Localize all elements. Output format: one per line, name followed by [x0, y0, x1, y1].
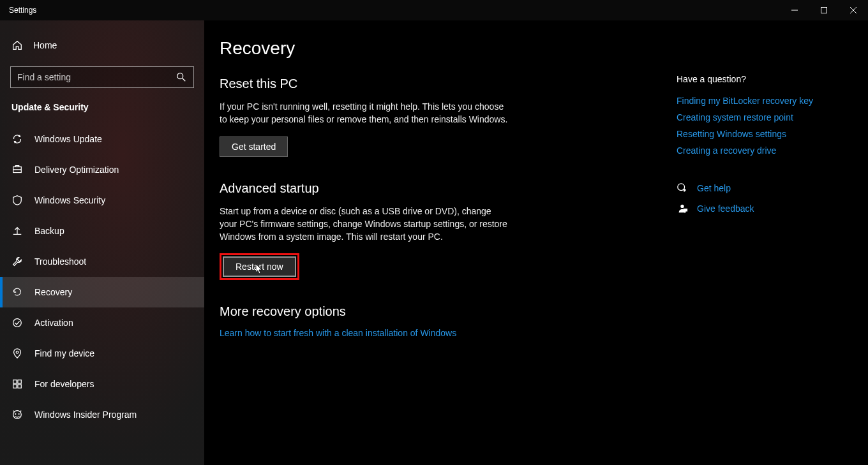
nav-label: Activation: [34, 318, 73, 328]
fresh-install-link[interactable]: Learn how to start fresh with a clean in…: [220, 328, 664, 338]
window-title: Settings: [9, 6, 36, 15]
minimize-button[interactable]: [780, 0, 809, 20]
get-started-button[interactable]: Get started: [220, 137, 288, 157]
svg-point-3: [13, 319, 22, 327]
location-icon: [11, 348, 23, 359]
recovery-icon: [11, 286, 23, 298]
svg-point-10: [15, 413, 16, 415]
get-help-action[interactable]: Get help: [677, 182, 842, 194]
restart-button-highlight: Restart now: [220, 253, 299, 280]
advanced-heading: Advanced startup: [220, 181, 664, 196]
nav-label: Backup: [34, 226, 64, 236]
wrench-icon: [11, 256, 23, 267]
reset-desc: If your PC isn't running well, resetting…: [220, 100, 510, 126]
nav-label: Windows Insider Program: [34, 410, 137, 420]
give-feedback-label: Give feedback: [697, 203, 754, 214]
feedback-icon: [677, 203, 688, 214]
nav-label: Find my device: [34, 348, 94, 358]
help-icon: [677, 182, 688, 194]
svg-rect-14: [684, 209, 687, 212]
svg-rect-7: [13, 385, 17, 388]
home-label: Home: [33, 40, 57, 50]
nav-windows-insider[interactable]: Windows Insider Program: [0, 399, 204, 430]
home-icon: [11, 40, 23, 51]
nav-for-developers[interactable]: For developers: [0, 369, 204, 399]
nav-label: Troubleshoot: [34, 256, 86, 267]
svg-rect-0: [821, 8, 827, 13]
svg-point-1: [177, 73, 183, 79]
search-icon: [176, 71, 187, 83]
advanced-startup-section: Advanced startup Start up from a device …: [220, 181, 664, 281]
nav-label: For developers: [34, 379, 94, 389]
faq-link-bitlocker[interactable]: Finding my BitLocker recovery key: [677, 96, 842, 106]
maximize-button[interactable]: [809, 0, 839, 20]
more-heading: More recovery options: [220, 304, 664, 319]
shield-icon: [11, 195, 23, 206]
category-title: Update & Security: [0, 102, 204, 124]
right-column: Have a question? Finding my BitLocker re…: [664, 38, 842, 465]
backup-icon: [11, 225, 23, 237]
nav-label: Windows Update: [34, 134, 102, 144]
content-area: Recovery Reset this PC If your PC isn't …: [204, 20, 868, 465]
nav-troubleshoot[interactable]: Troubleshoot: [0, 246, 204, 277]
check-circle-icon: [11, 317, 23, 328]
question-heading: Have a question?: [677, 74, 842, 84]
reset-heading: Reset this PC: [220, 77, 664, 91]
sync-icon: [11, 133, 23, 145]
delivery-icon: [11, 164, 23, 175]
get-help-label: Get help: [697, 183, 731, 193]
titlebar: Settings: [0, 0, 868, 20]
restart-now-button[interactable]: Restart now: [223, 256, 296, 277]
give-feedback-action[interactable]: Give feedback: [677, 203, 842, 214]
svg-point-13: [680, 205, 684, 208]
reset-pc-section: Reset this PC If your PC isn't running w…: [220, 77, 664, 157]
insider-icon: [11, 409, 23, 420]
nav-activation[interactable]: Activation: [0, 307, 204, 338]
nav-windows-security[interactable]: Windows Security: [0, 185, 204, 216]
faq-link-restore-point[interactable]: Creating system restore point: [677, 112, 842, 122]
faq-link-recovery-drive[interactable]: Creating a recovery drive: [677, 145, 842, 156]
svg-rect-6: [18, 380, 21, 383]
nav-windows-update[interactable]: Windows Update: [0, 124, 204, 154]
search-box[interactable]: [10, 66, 194, 88]
advanced-desc: Start up from a device or disc (such as …: [220, 205, 510, 244]
svg-rect-5: [13, 380, 17, 383]
nav-backup[interactable]: Backup: [0, 216, 204, 246]
svg-rect-8: [18, 385, 21, 388]
nav-label: Recovery: [34, 287, 72, 297]
nav-delivery-optimization[interactable]: Delivery Optimization: [0, 154, 204, 185]
sidebar: Home Update & Security Windows Update De…: [0, 20, 204, 465]
svg-point-4: [16, 351, 19, 353]
nav-find-my-device[interactable]: Find my device: [0, 338, 204, 369]
svg-point-11: [19, 413, 20, 415]
nav-label: Windows Security: [34, 195, 105, 205]
faq-link-reset-settings[interactable]: Resetting Windows settings: [677, 129, 842, 139]
nav-label: Delivery Optimization: [34, 165, 119, 175]
more-recovery-section: More recovery options Learn how to start…: [220, 304, 664, 338]
search-input[interactable]: [17, 72, 176, 82]
nav-recovery[interactable]: Recovery: [0, 277, 204, 307]
close-button[interactable]: [839, 0, 868, 20]
page-title: Recovery: [220, 38, 664, 59]
home-nav[interactable]: Home: [0, 33, 204, 57]
window-controls: [780, 0, 868, 20]
developer-icon: [11, 378, 23, 390]
